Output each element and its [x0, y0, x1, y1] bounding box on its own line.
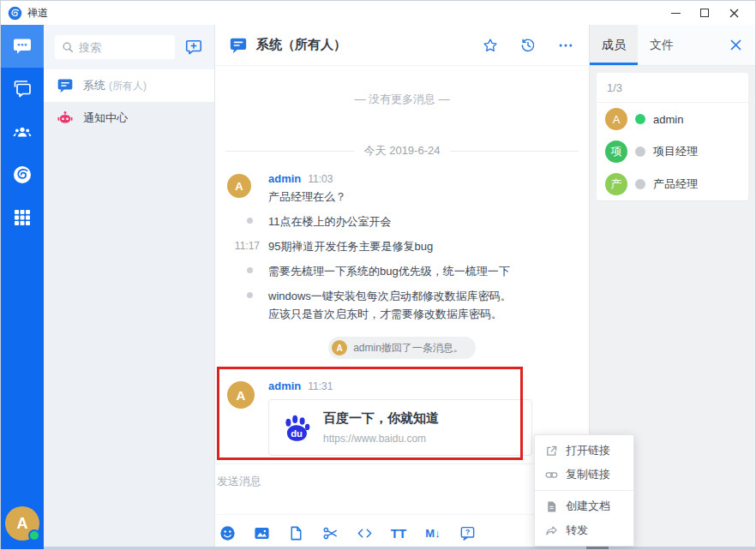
- sender-name[interactable]: admin: [268, 172, 301, 185]
- message-text: 95期禅道开发任务主要是修复bug: [268, 240, 433, 253]
- chat-list-item-notice-center[interactable]: 通知中心: [44, 102, 214, 135]
- chat-bubble-icon: [12, 36, 33, 57]
- ellipsis-icon: [557, 37, 574, 54]
- new-chat-button[interactable]: [183, 37, 204, 57]
- help-bubble-icon: ?: [459, 525, 476, 541]
- menu-item-open-link[interactable]: 打开链接: [535, 439, 633, 463]
- code-button[interactable]: [356, 524, 373, 541]
- link-chain-icon: [545, 469, 558, 481]
- chat-item-suffix: (所有人): [109, 80, 147, 92]
- menu-item-forward[interactable]: 转发: [535, 518, 633, 542]
- search-input[interactable]: [79, 41, 168, 54]
- chat-title-icon: [229, 36, 248, 55]
- nav-item-zentao[interactable]: [1, 153, 44, 196]
- member-row-project-manager[interactable]: 项 项目经理: [597, 135, 748, 168]
- chat-list-panel: 系统(所有人) 通知中心: [44, 25, 215, 550]
- message: 11点在楼上的办公室开会: [225, 212, 579, 230]
- message-time: 11:17: [225, 237, 260, 255]
- message-dot-icon: [247, 218, 253, 224]
- window-title: 禅道: [27, 6, 48, 21]
- window-bottom-scrollbar[interactable]: [586, 547, 609, 549]
- chat-item-name: 通知中心: [83, 111, 128, 126]
- avatar-initial: A: [237, 388, 246, 403]
- user-avatar[interactable]: A: [5, 506, 39, 541]
- zentao-ball-icon: [12, 164, 33, 185]
- menu-item-copy-link[interactable]: 复制链接: [535, 463, 633, 487]
- sender-avatar[interactable]: A: [227, 174, 251, 198]
- sender-avatar[interactable]: A: [227, 381, 255, 409]
- star-icon: [482, 37, 499, 54]
- minimize-icon: [671, 13, 681, 14]
- close-icon: [729, 39, 742, 51]
- message-input[interactable]: 发送消息: [215, 464, 589, 514]
- nav-item-chat[interactable]: [1, 25, 44, 68]
- robot-icon: [57, 110, 74, 127]
- minimize-button[interactable]: [661, 3, 690, 23]
- nav-item-apps[interactable]: [1, 196, 44, 239]
- search-box[interactable]: [55, 35, 175, 59]
- message-list[interactable]: — 没有更多消息 — 今天 2019-6-24 A admin 11:03 产品…: [215, 66, 589, 463]
- message: 需要先梳理一下系统的bug优先级，统一梳理一下: [225, 262, 579, 280]
- message-dot-icon: [247, 292, 253, 298]
- message-text: 11点在楼上的办公室开会: [268, 215, 392, 228]
- zentao-chat-window: 禅道: [0, 0, 756, 550]
- search-row: [44, 25, 214, 69]
- member-name: 产品经理: [653, 176, 698, 192]
- recall-text: admin撤回了一条消息。: [353, 341, 464, 356]
- composer-toolbar: TT M↓ ?: [215, 514, 589, 550]
- baidu-logo-icon: du: [281, 412, 312, 443]
- file-button[interactable]: [287, 524, 304, 541]
- member-name: admin: [653, 113, 683, 126]
- image-button[interactable]: [253, 524, 270, 541]
- member-avatar: A: [605, 108, 627, 130]
- history-clock-icon: [519, 37, 537, 54]
- message-time: 11:03: [308, 173, 333, 185]
- scissors-icon: [322, 525, 339, 541]
- apps-grid-icon: [12, 207, 33, 228]
- text-format-button[interactable]: TT: [390, 524, 407, 541]
- favorite-button[interactable]: [481, 36, 500, 55]
- close-window-button[interactable]: [719, 3, 748, 23]
- titlebar: 禅道: [1, 1, 755, 25]
- composer: 发送消息 T: [215, 463, 589, 550]
- chat-list-item-system[interactable]: 系统(所有人): [44, 69, 214, 102]
- chat-header: 系统（所有人）: [215, 25, 589, 66]
- date-divider-label: 今天 2019-6-24: [364, 143, 441, 158]
- maximize-button[interactable]: [690, 3, 719, 23]
- message-text: windows一键安装包每次启动都修改数据库密码。 应该只是首次启东时，才需要修…: [268, 287, 579, 323]
- more-button[interactable]: [556, 36, 575, 55]
- online-status-dot: [28, 529, 40, 541]
- member-row-admin[interactable]: A admin: [597, 103, 748, 135]
- recall-notice: A admin撤回了一条消息。: [225, 337, 579, 359]
- member-row-product-manager[interactable]: 产 产品经理: [597, 168, 748, 200]
- member-card: 1/3 A admin 项 项目经理 产 产品经理: [597, 73, 748, 200]
- member-count: 1/3: [597, 73, 748, 103]
- screenshot-button[interactable]: [321, 524, 339, 541]
- sender-name[interactable]: admin: [268, 380, 301, 392]
- help-button[interactable]: ?: [459, 524, 476, 541]
- document-icon: [545, 500, 558, 513]
- close-panel-button[interactable]: [716, 25, 755, 65]
- link-card-url: https://www.baidu.com: [323, 433, 439, 445]
- menu-divider: [535, 490, 633, 491]
- svg-text:?: ?: [465, 528, 469, 536]
- markdown-button[interactable]: M↓: [424, 524, 441, 541]
- member-name: 项目经理: [653, 144, 698, 159]
- right-panel-tabs: 成员 文件: [590, 25, 755, 66]
- tab-files[interactable]: 文件: [638, 25, 686, 65]
- nav-item-contacts[interactable]: [1, 111, 44, 153]
- close-icon: [729, 9, 739, 18]
- member-avatar: 产: [605, 173, 627, 195]
- history-button[interactable]: [519, 36, 537, 55]
- nav-item-groups[interactable]: [1, 68, 44, 111]
- emoji-icon: [219, 525, 236, 541]
- message-text: 需要先梳理一下系统的bug优先级，统一梳理一下: [268, 265, 510, 278]
- status-offline-icon: [635, 179, 645, 189]
- forward-arrow-icon: [545, 524, 558, 537]
- link-card[interactable]: du 百度一下，你就知道 https://www.baidu.com: [268, 399, 532, 456]
- message-time: 11:31: [308, 380, 333, 392]
- tab-members[interactable]: 成员: [590, 25, 638, 65]
- emoji-button[interactable]: [219, 524, 236, 541]
- message-highlighted: A admin 11:31 du 百度一下，你就知道 https://www.b…: [225, 380, 579, 456]
- menu-item-create-document[interactable]: 创建文档: [535, 494, 633, 518]
